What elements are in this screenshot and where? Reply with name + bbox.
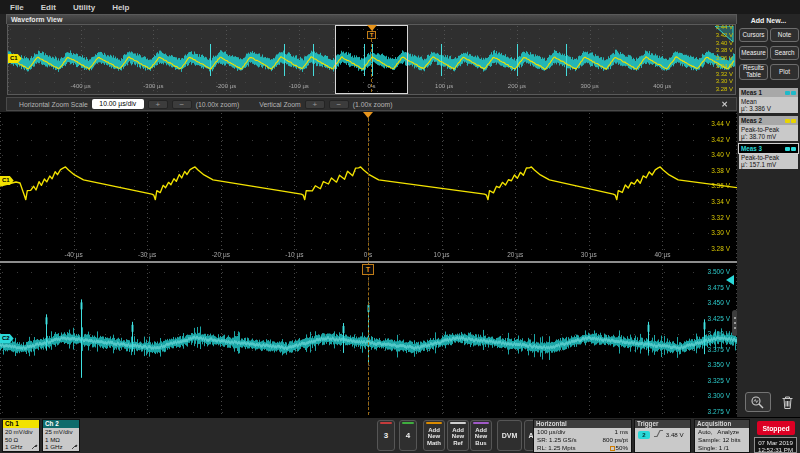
trigger-t-badge[interactable]: T — [362, 264, 374, 275]
oscilloscope-screen: File Edit Utility Help Waveform View T -… — [0, 0, 800, 453]
cursors-button[interactable]: Cursors — [739, 28, 768, 42]
meas-source-badge — [785, 119, 796, 123]
meas-1-card[interactable]: Meas 1 Meanµ': 3.386 V — [739, 88, 798, 113]
note-button[interactable]: Note — [770, 28, 799, 42]
measurement-list: Meas 1 Meanµ': 3.386 V Meas 2 Peak-to-Pe… — [739, 88, 798, 169]
trigger-level: 3.48 V — [666, 431, 684, 438]
results-table-button[interactable]: Results Table — [739, 64, 768, 80]
meas-2-card[interactable]: Meas 2 Peak-to-Peakµ': 38.70 mV — [739, 116, 798, 141]
add-new-math-button[interactable]: Add New Math — [423, 420, 445, 451]
waveform-overview[interactable]: T -400 µs-300 µs-200 µs-100 µs0 s100 µs2… — [7, 24, 736, 95]
ch1-badge-header: Ch 1 — [3, 420, 39, 428]
meas-source-badge — [785, 91, 796, 95]
meas-2-value: µ': 38.70 mV — [741, 133, 796, 140]
zoom-waveform-area: T -40 µs-30 µs-20 µs-10 µs0 s10 µs20 µs3… — [0, 112, 737, 417]
h-zoom-readout: (10.00x zoom) — [196, 101, 239, 108]
plot-button[interactable]: Plot — [770, 64, 799, 80]
ref-color-stripe — [450, 422, 466, 424]
h-zoom-decrease-button[interactable]: − — [172, 100, 192, 109]
probe-icon — [31, 443, 38, 450]
meas-3-card[interactable]: Meas 3 Peak-to-Peakµ': 157.1 mV — [739, 144, 798, 169]
menu-utility[interactable]: Utility — [73, 3, 95, 12]
acquisition-panel[interactable]: Acquisition Auto, Analyze Sample: 12 bit… — [694, 419, 750, 453]
horizontal-zoom-scale-value[interactable]: 10.00 µs/div — [92, 99, 144, 109]
h-record-duration: 1 ms — [615, 428, 628, 436]
acquisition-panel-title: Acquisition — [695, 420, 749, 428]
add-new-math-label: Add New Math — [424, 427, 444, 446]
bottom-settings-bar: Ch 1 20 mV/div 50 Ω 1 GHz Ch 2 25 mV/div… — [0, 417, 800, 453]
v-zoom-readout: (1.00x zoom) — [353, 101, 393, 108]
ch2-scale: 25 mV/div — [45, 428, 77, 436]
trigger-panel[interactable]: Trigger 2 3.48 V — [634, 419, 691, 453]
close-zoom-icon[interactable]: ✕ — [721, 100, 728, 109]
menu-bar: File Edit Utility Help — [0, 0, 800, 14]
ch2-offscreen-indicator-icon — [713, 26, 734, 43]
menu-help[interactable]: Help — [112, 3, 129, 12]
ch4-label: 4 — [406, 431, 410, 440]
h-zoom-increase-button[interactable]: + — [148, 100, 168, 109]
dvm-button[interactable]: DVM — [497, 420, 522, 451]
add-new-bus-button[interactable]: Add New Bus — [470, 420, 492, 451]
ch4-button[interactable]: 4 — [399, 420, 417, 451]
h-resolution: 800 ps/pt — [603, 436, 628, 444]
waveform-view-titlebar[interactable]: Waveform View — [6, 14, 737, 24]
meas-source-badge — [785, 147, 796, 151]
trigger-t-badge[interactable]: T — [367, 31, 376, 39]
trigger-level-arrow[interactable] — [726, 275, 734, 285]
horizontal-panel-title: Horizontal — [534, 420, 631, 428]
ch3-label: 3 — [384, 431, 388, 440]
trigger-panel-title: Trigger — [635, 420, 690, 428]
waveform-view-title: Waveform View — [11, 16, 62, 23]
h-record-length: RL: 1.25 Mpts — [537, 444, 576, 452]
h-scale: 100 µs/div — [537, 428, 565, 436]
rising-edge-icon — [653, 429, 664, 438]
ch1-badge[interactable]: Ch 1 20 mV/div 50 Ω 1 GHz — [2, 419, 40, 452]
sidebar-buttons: Cursors Note Measure Search Results Tabl… — [739, 28, 798, 80]
menu-edit[interactable]: Edit — [41, 3, 56, 12]
horizontal-panel[interactable]: Horizontal 100 µs/div1 ms SR: 1.25 GS/s8… — [533, 419, 632, 453]
datetime-display[interactable]: 07 Mar 2019 12:52:31 PM — [754, 437, 797, 453]
meas-1-name: Meas 1 — [741, 89, 762, 96]
zoom-scale-bar: Horizontal Zoom Scale 10.00 µs/div + − (… — [6, 97, 737, 111]
trash-button[interactable] — [778, 392, 796, 412]
ch3-button[interactable]: 3 — [377, 420, 395, 451]
math-color-stripe — [426, 422, 442, 424]
meas-1-value: µ': 3.386 V — [741, 105, 796, 112]
meas-3-value: µ': 157.1 mV — [741, 161, 796, 168]
meas-2-name: Meas 2 — [741, 117, 762, 124]
trash-icon — [781, 395, 794, 410]
acq-mode: Auto, Analyze — [698, 428, 746, 436]
meas-2-type: Peak-to-Peak — [741, 126, 796, 133]
add-new-header: Add New... — [739, 16, 798, 26]
v-zoom-decrease-button[interactable]: − — [329, 100, 349, 109]
sidebar-tools — [745, 392, 796, 412]
expansion-point-icon — [610, 446, 615, 451]
bus-color-stripe — [473, 422, 489, 424]
ch2-badge-header: Ch 2 — [43, 420, 79, 428]
meas-3-name: Meas 3 — [741, 145, 762, 152]
ch2-badge[interactable]: Ch 2 25 mV/div 1 MΩ 1 GHz — [42, 419, 80, 452]
acq-sample-bits: Sample: 12 bits — [698, 436, 746, 444]
probe-icon — [71, 443, 78, 450]
zoom-tool-button[interactable] — [745, 392, 771, 412]
menu-file[interactable]: File — [10, 3, 24, 12]
ch1-scale: 20 mV/div — [5, 428, 37, 436]
meas-1-type: Mean — [741, 98, 796, 105]
vertical-zoom-label: Vertical Zoom — [259, 101, 301, 108]
trigger-source-badge: 2 — [638, 431, 650, 439]
h-position: 50% — [616, 444, 628, 451]
search-button[interactable]: Search — [770, 46, 799, 60]
measure-button[interactable]: Measure — [739, 46, 768, 60]
v-zoom-increase-button[interactable]: + — [305, 100, 325, 109]
add-new-bus-label: Add New Bus — [471, 427, 491, 446]
acq-single-count: Single: 1 /1 — [698, 444, 746, 452]
meas-3-type: Peak-to-Peak — [741, 154, 796, 161]
ch4-color-stripe — [402, 422, 414, 424]
time-text: 12:52:31 PM — [755, 446, 796, 453]
results-sidebar: Add New... Cursors Note Measure Search R… — [737, 14, 800, 417]
magnifier-icon — [750, 395, 766, 409]
add-new-ref-button[interactable]: Add New Ref — [447, 420, 469, 451]
trigger-marker-icon[interactable] — [363, 112, 373, 118]
run-stop-status-button[interactable]: Stopped — [757, 421, 795, 435]
date-text: 07 Mar 2019 — [755, 439, 796, 446]
